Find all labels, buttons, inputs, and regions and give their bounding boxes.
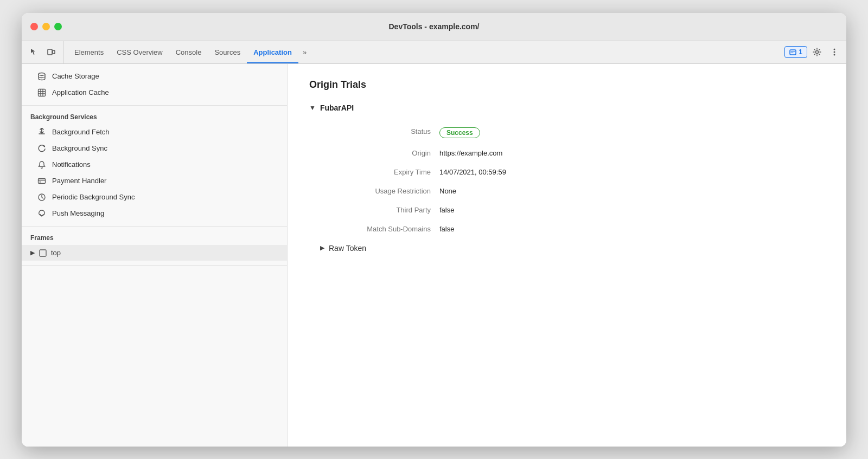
sidebar-item-application-cache[interactable]: Application Cache [22, 85, 287, 101]
window-title: DevTools - example.com/ [388, 22, 479, 31]
sidebar-item-background-fetch[interactable]: Background Fetch [22, 124, 287, 140]
match-subdomains-label: Match Sub-Domains [320, 219, 439, 238]
sidebar-item-background-sync[interactable]: Background Sync [22, 140, 287, 157]
raw-token-chevron-icon: ▶ [320, 244, 324, 251]
raw-token-header[interactable]: ▶ Raw Token [320, 244, 825, 253]
notifications-icon [37, 160, 47, 169]
tabbar-icons [26, 41, 63, 63]
expiry-label: Expiry Time [320, 163, 439, 182]
detail-grid: Status Success Origin https://example.co… [320, 122, 825, 238]
tab-console[interactable]: Console [169, 41, 208, 63]
third-party-value: false [439, 201, 825, 219]
inspect-icon[interactable] [26, 44, 41, 60]
sidebar-item-cache-storage[interactable]: Cache Storage [22, 68, 287, 85]
application-cache-icon [37, 88, 47, 97]
svg-rect-2 [790, 50, 796, 55]
sidebar-frames-section: Frames ▶ top [22, 227, 287, 266]
origin-value: https://example.com [439, 144, 825, 163]
bg-services-header: Background Services [22, 110, 287, 124]
status-value: Success [439, 122, 825, 144]
settings-icon[interactable] [809, 44, 825, 60]
svg-point-5 [834, 51, 835, 53]
status-badge: Success [439, 127, 480, 138]
api-chevron-icon: ▼ [309, 104, 316, 112]
origin-label: Origin [320, 144, 439, 163]
sidebar-bg-services-section: Background Services Background Fetch [22, 106, 287, 227]
tab-more[interactable]: » [298, 41, 311, 63]
more-options-icon[interactable] [827, 44, 842, 60]
usage-value: None [439, 182, 825, 201]
frames-header: Frames [22, 231, 287, 245]
svg-rect-0 [48, 49, 52, 55]
api-header[interactable]: ▼ FubarAPI [309, 104, 825, 112]
push-messaging-icon [37, 209, 47, 218]
messages-badge[interactable]: 1 [784, 46, 807, 58]
match-subdomains-value: false [439, 219, 825, 238]
sidebar-item-top-frame[interactable]: ▶ top [22, 245, 287, 261]
svg-rect-10 [40, 182, 41, 183]
cache-storage-icon [37, 72, 47, 81]
svg-rect-9 [39, 178, 46, 183]
usage-label: Usage Restriction [320, 182, 439, 201]
sidebar-item-payment-handler[interactable]: Payment Handler [22, 173, 287, 189]
tab-sources[interactable]: Sources [208, 41, 247, 63]
maximize-button[interactable] [54, 23, 62, 30]
background-sync-icon [37, 144, 47, 153]
devtools-window: DevTools - example.com/ Elements CSS Ove… [22, 13, 846, 447]
api-section: ▼ FubarAPI Status Success Origin https:/ [309, 104, 825, 253]
svg-rect-1 [53, 50, 55, 54]
api-name: FubarAPI [320, 104, 354, 112]
sidebar-item-notifications[interactable]: Notifications [22, 157, 287, 173]
svg-point-3 [816, 51, 819, 54]
titlebar: DevTools - example.com/ [22, 13, 846, 41]
periodic-background-sync-icon [37, 193, 47, 202]
sidebar: Cache Storage Application Cache Backgrou… [22, 64, 288, 447]
tabbar-right: 1 [784, 41, 842, 63]
tab-css-overview[interactable]: CSS Overview [110, 41, 169, 63]
frame-chevron-icon: ▶ [30, 249, 35, 256]
background-fetch-icon [37, 128, 47, 137]
tab-elements[interactable]: Elements [68, 41, 110, 63]
frame-box-icon [39, 249, 47, 257]
tabbar: Elements CSS Overview Console Sources Ap… [22, 41, 846, 64]
sidebar-item-push-messaging[interactable]: Push Messaging [22, 205, 287, 222]
svg-rect-12 [40, 250, 46, 256]
device-icon[interactable] [43, 44, 59, 60]
svg-point-7 [39, 73, 45, 75]
minimize-button[interactable] [42, 23, 50, 30]
svg-point-4 [834, 49, 835, 50]
raw-token-label: Raw Token [329, 244, 366, 253]
content-panel: Origin Trials ▼ FubarAPI Status Success [288, 64, 846, 447]
third-party-label: Third Party [320, 201, 439, 219]
traffic-lights [30, 23, 62, 30]
expiry-value: 14/07/2021, 00:59:59 [439, 163, 825, 182]
close-button[interactable] [30, 23, 38, 30]
status-label: Status [320, 122, 439, 144]
svg-rect-8 [39, 89, 46, 96]
page-title: Origin Trials [309, 79, 825, 90]
sidebar-storage-section: Cache Storage Application Cache [22, 64, 287, 106]
sidebar-item-periodic-background-sync[interactable]: Periodic Background Sync [22, 189, 287, 205]
payment-handler-icon [37, 177, 47, 185]
svg-point-6 [834, 54, 835, 56]
tab-application[interactable]: Application [247, 41, 298, 63]
main-area: Cache Storage Application Cache Backgrou… [22, 64, 846, 447]
